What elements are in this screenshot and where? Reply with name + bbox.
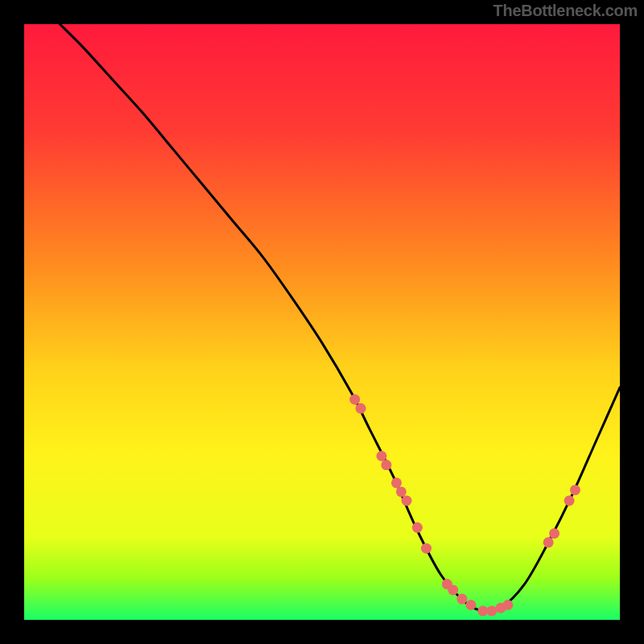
data-point [381,460,391,470]
data-point [477,605,488,616]
data-point [570,485,580,495]
chart-svg [0,0,644,644]
chart-wrapper: TheBottleneck.com [0,0,644,644]
plot-area [24,24,620,620]
data-point [377,451,387,461]
data-point [466,600,477,610]
data-point [421,543,431,554]
data-point [502,600,513,610]
data-point [543,537,554,547]
data-point [402,496,412,506]
data-point [412,522,423,533]
data-point [391,477,402,488]
data-point [549,528,559,539]
data-point [456,594,467,605]
data-point [396,486,407,497]
data-point [349,394,360,405]
data-point [356,403,366,414]
data-point [448,585,458,596]
data-point [486,605,497,616]
data-point [564,496,575,506]
watermark-label: TheBottleneck.com [493,2,638,20]
